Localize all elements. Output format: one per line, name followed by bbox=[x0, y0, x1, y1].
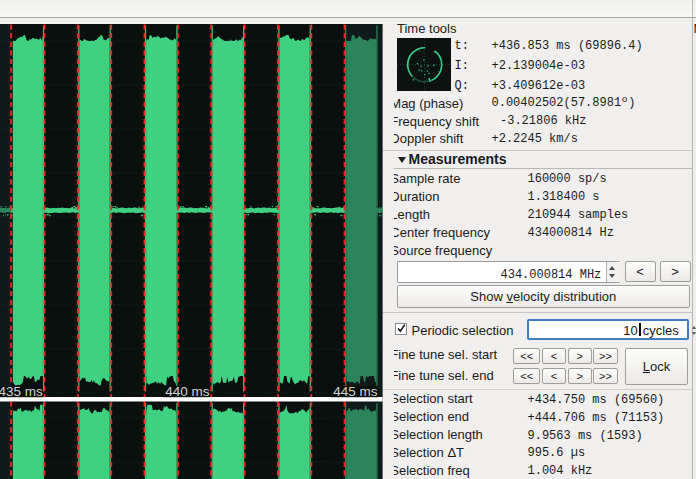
svg-text:440 ms: 440 ms bbox=[165, 384, 210, 399]
svg-text:445 ms: 445 ms bbox=[333, 384, 378, 399]
svg-text:435 ms: 435 ms bbox=[0, 384, 43, 399]
